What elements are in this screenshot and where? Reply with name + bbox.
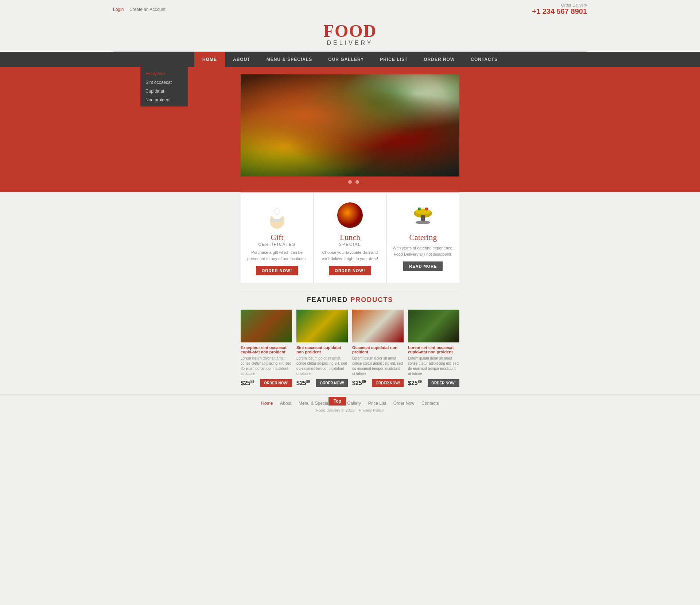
nav-link-pricelist[interactable]: PRICE LIST bbox=[372, 52, 416, 67]
nav-link-about[interactable]: ABOUT bbox=[225, 52, 258, 67]
top-bar-right: Order Delivery +1 234 567 8901 bbox=[532, 3, 587, 16]
featured-title-static: FEATURED bbox=[307, 296, 351, 303]
product-desc-4: Lorem ipsum dolor sit amet conse ctetur … bbox=[408, 356, 459, 376]
nav-item-menu[interactable]: MENU & SPECIALS bbox=[258, 52, 320, 67]
product-image-2 bbox=[296, 310, 348, 342]
footer-link-order[interactable]: Order Now bbox=[393, 401, 415, 406]
feature-lunch: Lunch SPECIAL Choose your favourite dish… bbox=[314, 193, 386, 283]
dropdown-item-3[interactable]: Non proident bbox=[140, 96, 188, 104]
svg-point-9 bbox=[418, 208, 421, 210]
svg-point-4 bbox=[274, 209, 280, 214]
hero-inner bbox=[241, 74, 459, 185]
product-order-btn-1[interactable]: ORDER NOW! bbox=[260, 379, 292, 387]
catering-title: Catering bbox=[392, 233, 454, 242]
catering-read-button[interactable]: READ MORE bbox=[403, 261, 443, 271]
logo-area: FOOD DELIVERY bbox=[0, 19, 700, 49]
phone-number: +1 234 567 8901 bbox=[532, 7, 587, 16]
catering-icon bbox=[392, 201, 454, 230]
hero-dots bbox=[241, 179, 459, 185]
main-nav: HOME ABOUT MENU & SPECIALS OUR GALLERY P… bbox=[0, 52, 700, 67]
products-grid: Excepteur sint occaecat cupid-atat non p… bbox=[241, 310, 459, 387]
gift-title: Gift bbox=[246, 233, 308, 242]
features-inner: Gift CERTIFICATES Purchase a gift which … bbox=[241, 192, 459, 283]
product-desc-1: Lorem ipsum dolor sit amet conse ctetur … bbox=[241, 356, 292, 376]
product-title-2: Sint occaecat cupidatat non proident bbox=[296, 345, 348, 354]
gift-desc: Purchase a gift which can be presented a… bbox=[246, 249, 308, 261]
product-card-2: Sint occaecat cupidatat non proident Lor… bbox=[296, 310, 348, 387]
dropdown-menu: Excepteur Sint occaecat Cupidatat Non pr… bbox=[140, 67, 188, 106]
nav-item-contacts[interactable]: CONTACTS bbox=[463, 52, 506, 67]
footer-link-about[interactable]: About bbox=[280, 401, 291, 406]
dropdown-item-0[interactable]: Excepteur bbox=[140, 69, 188, 78]
logo-delivery: DELIVERY bbox=[0, 40, 700, 46]
nav-link-contacts[interactable]: CONTACTS bbox=[463, 52, 506, 67]
footer-link-menu[interactable]: Menu & Specials bbox=[299, 401, 331, 406]
product-title-3: Occaecat cupidatat non proident bbox=[352, 345, 404, 354]
footer-link-home[interactable]: Home bbox=[261, 401, 273, 406]
lunch-desc: Choose your favourite dish and we'll del… bbox=[319, 249, 381, 261]
nav-item-about[interactable]: ABOUT bbox=[225, 52, 258, 67]
product-image-3 bbox=[352, 310, 404, 342]
nav-link-home[interactable]: HOME bbox=[194, 52, 225, 67]
create-account-link[interactable]: Create an Account bbox=[129, 7, 166, 12]
product-price-4: $2589 bbox=[408, 380, 422, 387]
featured-title: FEATURED PRODUCTS bbox=[241, 290, 459, 304]
nav-item-gallery[interactable]: OUR GALLERY bbox=[320, 52, 372, 67]
product-price-1: $2589 bbox=[241, 380, 254, 387]
product-title-1: Excepteur sint occaecat cupid-atat non p… bbox=[241, 345, 292, 354]
top-button[interactable]: Top bbox=[328, 397, 346, 406]
lunch-icon bbox=[319, 201, 381, 230]
logo-food: FOOD bbox=[0, 22, 700, 40]
footer-link-contacts[interactable]: Contacts bbox=[421, 401, 439, 406]
featured-section: FEATURED PRODUCTS Excepteur sint occaeca… bbox=[0, 283, 700, 394]
nav-item-pricelist[interactable]: PRICE LIST bbox=[372, 52, 416, 67]
hero-dot-1[interactable] bbox=[341, 180, 345, 184]
svg-point-8 bbox=[416, 221, 430, 224]
svg-point-10 bbox=[425, 208, 428, 210]
product-footer-1: $2589 ORDER NOW! bbox=[241, 379, 292, 387]
gift-icon bbox=[246, 201, 308, 230]
product-desc-2: Lorem ipsum dolor sit amet conse ctetur … bbox=[296, 356, 348, 376]
product-desc-3: Lorem ipsum dolor sit amet conse ctetur … bbox=[352, 356, 404, 376]
lunch-title: Lunch bbox=[319, 233, 381, 242]
product-price-3: $2589 bbox=[352, 380, 366, 387]
nav-item-order[interactable]: ORDER NOW bbox=[416, 52, 463, 67]
footer-link-pricelist[interactable]: Price List bbox=[368, 401, 386, 406]
top-bar: Login Create an Account Order Delivery +… bbox=[0, 0, 700, 19]
hero-section bbox=[0, 67, 700, 192]
featured-inner: FEATURED PRODUCTS Excepteur sint occaeca… bbox=[241, 290, 459, 387]
product-order-btn-4[interactable]: ORDER NOW! bbox=[428, 379, 459, 387]
dropdown-item-1[interactable]: Sint occaecat bbox=[140, 78, 188, 87]
gift-order-button[interactable]: ORDER NOW! bbox=[256, 266, 298, 275]
product-image-1 bbox=[241, 310, 292, 342]
nav-item-home[interactable]: HOME bbox=[194, 52, 225, 67]
svg-rect-2 bbox=[271, 219, 283, 222]
product-order-btn-3[interactable]: ORDER NOW! bbox=[372, 379, 404, 387]
product-price-2: $2589 bbox=[296, 380, 310, 387]
nav-link-order[interactable]: ORDER NOW bbox=[416, 52, 463, 67]
login-link[interactable]: Login bbox=[113, 7, 124, 12]
dropdown-item-2[interactable]: Cupidatat bbox=[140, 87, 188, 96]
footer-inner: Home About Menu & Specials Our Gallery P… bbox=[241, 400, 459, 412]
catering-desc: With years of catering experience, Food … bbox=[392, 245, 454, 257]
product-order-btn-2[interactable]: ORDER NOW! bbox=[316, 379, 348, 387]
nav-link-gallery[interactable]: OUR GALLERY bbox=[320, 52, 372, 67]
product-footer-2: $2589 ORDER NOW! bbox=[296, 379, 348, 387]
product-card-4: Lorem set sint occaecat cupid-atat non p… bbox=[408, 310, 459, 387]
hero-image-sim bbox=[241, 74, 459, 177]
feature-catering: Catering With years of catering experien… bbox=[387, 193, 459, 283]
lunch-subtitle: SPECIAL bbox=[319, 242, 381, 247]
feature-gift: Gift CERTIFICATES Purchase a gift which … bbox=[241, 193, 314, 283]
footer-nav: Home About Menu & Specials Our Gallery P… bbox=[241, 400, 459, 406]
footer-copyright: Food delivery © 2013 Privacy Policy bbox=[241, 408, 459, 412]
privacy-link[interactable]: Privacy Policy bbox=[359, 408, 384, 412]
copyright-text: Food delivery © 2013 bbox=[316, 408, 354, 412]
footer: Home About Menu & Specials Our Gallery P… bbox=[0, 394, 700, 415]
product-title-4: Lorem set sint occaecat cupid-atat non p… bbox=[408, 345, 459, 354]
product-image-4 bbox=[408, 310, 459, 342]
nav-link-menu[interactable]: MENU & SPECIALS bbox=[258, 52, 320, 67]
features-section: Gift CERTIFICATES Purchase a gift which … bbox=[0, 192, 700, 283]
hero-dot-3[interactable] bbox=[355, 180, 359, 184]
lunch-order-button[interactable]: ORDER NOW! bbox=[329, 266, 371, 275]
hero-dot-2[interactable] bbox=[348, 180, 352, 184]
